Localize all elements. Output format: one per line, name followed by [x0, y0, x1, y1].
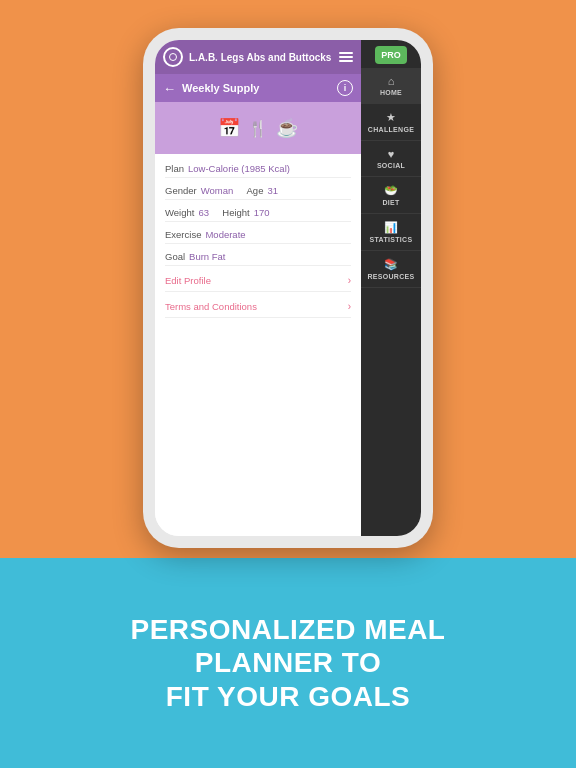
challenge-icon: ★	[386, 111, 396, 124]
weight-value: 63	[198, 207, 209, 218]
resources-icon: 📚	[384, 258, 398, 271]
app-title: L.A.B. Legs Abs and Buttocks	[189, 52, 333, 63]
edit-profile-row[interactable]: Edit Profile ›	[165, 270, 351, 292]
goal-label: Goal	[165, 251, 185, 262]
nav-item-home[interactable]: ⌂ HOME	[361, 68, 421, 104]
app-logo-inner	[169, 53, 177, 61]
hamburger-line-1	[339, 52, 353, 54]
gender-value: Woman	[201, 185, 234, 196]
sub-bar-title: Weekly Supply	[182, 82, 331, 94]
exercise-label: Exercise	[165, 229, 201, 240]
nav-item-statistics[interactable]: 📊 STATISTICS	[361, 214, 421, 251]
statistics-icon: 📊	[384, 221, 398, 234]
plan-value: Low-Calorie (1985 Kcal)	[188, 163, 290, 174]
nav-label-resources: RESOURCES	[367, 273, 414, 280]
plan-label: Plan	[165, 163, 184, 174]
nav-label-diet: DIET	[382, 199, 399, 206]
age-label: Age	[247, 185, 264, 196]
app-logo-icon	[163, 47, 183, 67]
exercise-value: Moderate	[205, 229, 245, 240]
weight-label: Weight	[165, 207, 194, 218]
nav-label-social: SOCIAL	[377, 162, 405, 169]
gender-label: Gender	[165, 185, 197, 196]
bottom-line-2: PLANNER TO	[195, 647, 382, 678]
top-bar: L.A.B. Legs Abs and Buttocks	[155, 40, 361, 74]
home-icon: ⌂	[388, 75, 395, 87]
height-value: 170	[254, 207, 270, 218]
weight-height-row: Weight 63 Height 170	[165, 204, 351, 222]
edit-profile-label: Edit Profile	[165, 275, 211, 286]
side-nav: PRO ⌂ HOME ★ CHALLENGE ♥ SOCIAL 🥗 DIET	[361, 40, 421, 536]
profile-info: Plan Low-Calorie (1985 Kcal) Gender Woma…	[155, 154, 361, 536]
height-label: Height	[222, 207, 249, 218]
bottom-line-3: FIT YOUR GOALS	[166, 681, 411, 712]
bottom-section: PERSONALIZED MEAL PLANNER TO FIT YOUR GO…	[0, 558, 576, 768]
info-icon[interactable]: i	[337, 80, 353, 96]
coffee-icon: ☕	[276, 117, 298, 139]
phone-shell: L.A.B. Legs Abs and Buttocks ← Weekly Su…	[143, 28, 433, 548]
hamburger-menu[interactable]	[339, 52, 353, 62]
nav-item-challenge[interactable]: ★ CHALLENGE	[361, 104, 421, 141]
nav-item-resources[interactable]: 📚 RESOURCES	[361, 251, 421, 288]
sub-bar: ← Weekly Supply i	[155, 74, 361, 102]
pro-badge: PRO	[375, 46, 407, 64]
back-arrow-icon[interactable]: ←	[163, 81, 176, 96]
age-value: 31	[267, 185, 278, 196]
goal-row: Goal Burn Fat	[165, 248, 351, 266]
app-background: L.A.B. Legs Abs and Buttocks ← Weekly Su…	[0, 0, 576, 768]
exercise-row: Exercise Moderate	[165, 226, 351, 244]
plan-row: Plan Low-Calorie (1985 Kcal)	[165, 160, 351, 178]
phone-screen: L.A.B. Legs Abs and Buttocks ← Weekly Su…	[155, 40, 421, 536]
terms-chevron: ›	[348, 301, 351, 312]
header-banner: 📅 🍴 ☕	[155, 102, 361, 154]
nav-label-statistics: STATISTICS	[370, 236, 413, 243]
bottom-line-1: PERSONALIZED MEAL	[131, 614, 446, 645]
hamburger-line-3	[339, 60, 353, 62]
bottom-text: PERSONALIZED MEAL PLANNER TO FIT YOUR GO…	[131, 613, 446, 714]
terms-conditions-label: Terms and Conditions	[165, 301, 257, 312]
gender-age-row: Gender Woman Age 31	[165, 182, 351, 200]
goal-value: Burn Fat	[189, 251, 225, 262]
nav-label-challenge: CHALLENGE	[368, 126, 414, 133]
hamburger-line-2	[339, 56, 353, 58]
nav-label-home: HOME	[380, 89, 402, 96]
nav-item-diet[interactable]: 🥗 DIET	[361, 177, 421, 214]
main-content: L.A.B. Legs Abs and Buttocks ← Weekly Su…	[155, 40, 361, 536]
calendar-icon: 📅	[218, 117, 240, 139]
fork-icon: 🍴	[248, 119, 268, 138]
edit-profile-chevron: ›	[348, 275, 351, 286]
terms-conditions-row[interactable]: Terms and Conditions ›	[165, 296, 351, 318]
nav-item-social[interactable]: ♥ SOCIAL	[361, 141, 421, 177]
diet-icon: 🥗	[384, 184, 398, 197]
social-icon: ♥	[388, 148, 395, 160]
